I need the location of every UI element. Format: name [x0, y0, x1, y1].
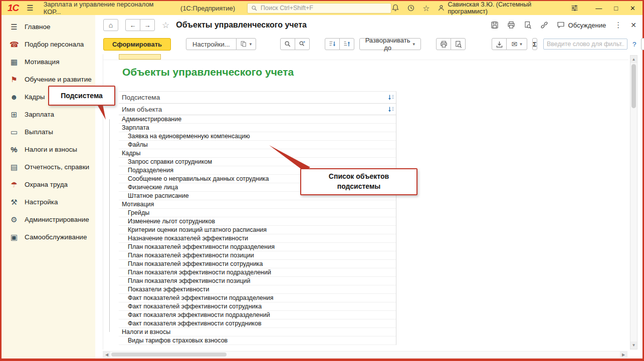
minimize-button[interactable]: — [595, 5, 602, 12]
sort-icon[interactable] [388, 94, 394, 101]
main-menu-icon[interactable]: ☰ [27, 4, 33, 13]
close-window-button[interactable]: ✕ [630, 5, 635, 12]
report-object-row[interactable]: Заявка на единовременную компенсацию [119, 132, 396, 141]
tab-header: ⌂ ← → ☆ Объекты управленческого учета Об… [95, 15, 642, 35]
back-button[interactable]: ← [125, 19, 140, 31]
report-object-row[interactable]: Грейды [119, 209, 396, 217]
group-name: Кадры [122, 150, 140, 157]
report-object-row[interactable]: Назначение показателей эффективности [119, 234, 396, 243]
help-button[interactable]: ? [632, 41, 636, 48]
sidebar-item-taxes[interactable]: %Налоги и взносы [2, 141, 95, 158]
gear-icon: ⚙ [10, 215, 19, 224]
favorites-star-icon[interactable]: ☆ [422, 4, 430, 13]
sort-ascending-button[interactable] [339, 38, 354, 50]
save-icon[interactable] [491, 21, 499, 29]
report-object-row[interactable]: План показателей эффективности сотрудник… [119, 260, 396, 268]
global-search-input[interactable]: Поиск Ctrl+Shift+F [247, 3, 391, 14]
favorite-star-icon[interactable]: ☆ [162, 20, 169, 31]
report-object-row[interactable]: План показателей эффективности позиции [119, 251, 396, 260]
link-icon[interactable] [540, 21, 548, 29]
column-header-subsystem[interactable]: Подсистема [119, 92, 396, 104]
print-icon[interactable] [507, 21, 515, 29]
vertical-scroll-thumb[interactable] [631, 64, 636, 108]
report-object-row[interactable]: Факт показателя эффективности подразделе… [119, 311, 396, 319]
report-object-row[interactable]: План показателей эффективности подраздел… [119, 243, 396, 251]
sidebar-item-salary[interactable]: ⊞Зарплата [2, 106, 95, 123]
sum-button[interactable]: Σ [532, 38, 537, 50]
selected-column-cell[interactable] [119, 54, 161, 60]
report-group-row[interactable]: −Налоги и взносы [119, 328, 396, 336]
safety-icon: ☂ [10, 180, 19, 189]
history-clock-icon[interactable] [407, 4, 415, 12]
horizontal-scrollbar[interactable]: ◀ ▶ [103, 351, 627, 358]
scroll-right-icon[interactable]: ▶ [620, 351, 627, 357]
more-options-icon[interactable]: ⋮ [614, 21, 622, 30]
sort-asc-icon [343, 41, 350, 48]
report-object-row[interactable]: Факт показателей эффективности подраздел… [119, 294, 396, 302]
print-preview-button[interactable] [451, 38, 466, 50]
report-object-row[interactable]: Факт показателя эффективности сотруднико… [119, 319, 396, 328]
report-object-row[interactable]: Факт показателей эффективности сотрудник… [119, 302, 396, 311]
report-object-row[interactable]: Файлы [119, 141, 396, 149]
forward-arrow-icon: → [144, 22, 151, 29]
print-button[interactable] [436, 38, 451, 50]
report-object-row[interactable]: Критерии оценки позиций штатного расписа… [119, 226, 396, 234]
callout-objects-list: Список объектов подсистемы [300, 168, 417, 195]
selfservice-icon: ▣ [10, 233, 19, 242]
close-tab-icon[interactable]: ✕ [630, 21, 636, 29]
sidebar-item-reporting[interactable]: ▤Отчетность, справки [2, 158, 95, 176]
sidebar-item-motivation[interactable]: ▦Мотивация [2, 53, 95, 71]
print-preview-icon[interactable] [524, 21, 532, 29]
report-group-row[interactable]: −Мотивация [119, 200, 396, 209]
scroll-up-icon[interactable]: ▲ [630, 56, 637, 63]
callout-subsystem: Подсистема [48, 86, 115, 106]
report-object-row[interactable]: План показателя эффективности позиций [119, 277, 396, 285]
back-arrow-icon: ← [130, 22, 136, 29]
sort-icon[interactable] [388, 106, 394, 113]
report-object-row[interactable]: Виды тарифов страховых взносов [119, 336, 396, 345]
sidebar-item-main[interactable]: ☰Главное [2, 18, 95, 36]
sidebar-item-self-service[interactable]: ▣Самообслуживание [2, 228, 95, 246]
column-header-object-name[interactable]: Имя объекта [119, 104, 396, 115]
send-mail-button[interactable]: ✉ ▾ [506, 38, 527, 50]
home-button[interactable]: ⌂ [103, 19, 118, 31]
group-name: Администрирование [122, 116, 181, 123]
notifications-bell-icon[interactable] [391, 4, 399, 12]
report-object-row[interactable]: Показатели эффективности [119, 285, 396, 294]
settings-variants-button[interactable]: ▾ [236, 38, 256, 50]
service-settings-sliders-icon[interactable] [570, 4, 579, 12]
sidebar-item-administration[interactable]: ⚙Администрирование [2, 211, 95, 228]
report-group-row[interactable]: −Зарплата [119, 124, 396, 132]
sort-descending-button[interactable] [325, 38, 340, 50]
speech-bubble-icon [557, 21, 565, 29]
save-result-button[interactable] [492, 38, 507, 50]
settings-button[interactable]: Настройки... [186, 38, 237, 50]
expand-to-button[interactable]: Разворачивать до ▾ [359, 38, 421, 50]
current-user[interactable]: Савинская З.Ю. (Системный программист) [438, 1, 563, 15]
maximize-button[interactable]: □ [614, 5, 618, 12]
sidebar-item-payments[interactable]: ▭Выплаты [2, 123, 95, 141]
forward-button[interactable]: → [140, 19, 155, 31]
report-object-row[interactable]: Изменение льгот сотрудников [119, 217, 396, 226]
spreadsheet-column-header[interactable] [103, 54, 628, 60]
scroll-down-icon[interactable]: ▼ [630, 341, 637, 349]
horizontal-scroll-thumb[interactable] [111, 352, 227, 356]
filter-input[interactable] [543, 39, 627, 50]
generate-button[interactable]: Сформировать [103, 38, 171, 51]
scroll-left-icon[interactable]: ◀ [103, 351, 110, 357]
report-object-row[interactable]: План показателя эффективности подразделе… [119, 268, 396, 277]
sidebar-item-labor-safety[interactable]: ☂Охрана труда [2, 176, 95, 193]
sidebar-item-recruitment[interactable]: ☎Подбор персонала [2, 36, 95, 53]
sidebar-item-label: Отчетность, справки [25, 163, 89, 171]
report-object-row[interactable]: Запрос справки сотрудником [119, 158, 396, 166]
find-button[interactable] [280, 38, 295, 50]
vertical-scrollbar[interactable]: ▲ ▼ [630, 55, 637, 349]
more-button[interactable]: Еще ▾ [641, 38, 644, 50]
find-next-button[interactable] [295, 38, 310, 50]
sidebar-item-settings[interactable]: ⚒Настройка [2, 193, 95, 211]
discussion-button[interactable]: Обсуждение [557, 21, 606, 29]
group-name: Налоги и взносы [122, 328, 170, 335]
report-group-row[interactable]: −Кадры [119, 149, 396, 158]
expand-to-label: Разворачивать до [365, 37, 410, 52]
report-group-row[interactable]: +Администрирование [119, 115, 396, 124]
